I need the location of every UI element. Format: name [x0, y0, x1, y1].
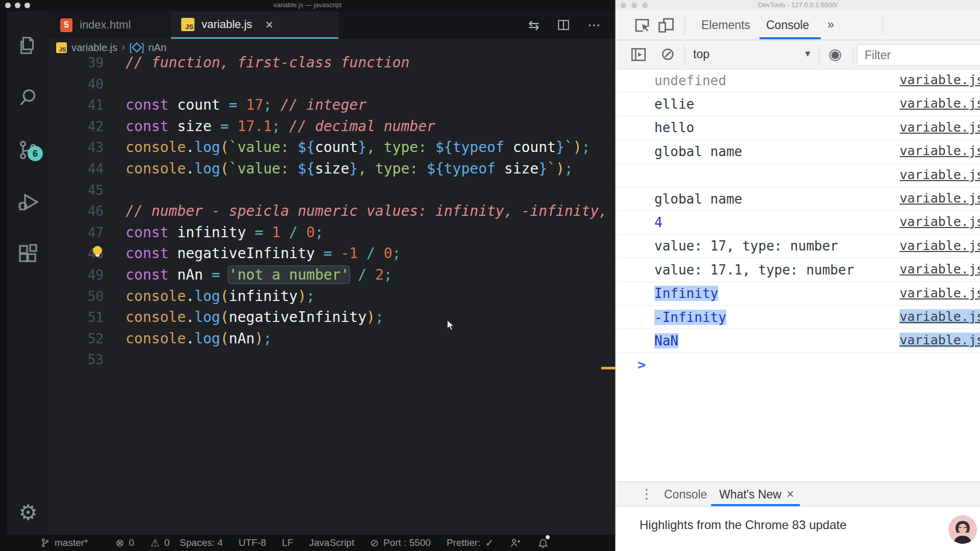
console-prompt[interactable]: > [616, 353, 980, 377]
source-link[interactable]: variable.js [899, 191, 980, 206]
language-status[interactable]: JavaScript [309, 537, 355, 548]
line-number[interactable]: 52 [49, 329, 126, 350]
chevron-down-icon[interactable]: ▼ [803, 49, 812, 59]
console-row[interactable]: global namevariable.js [616, 187, 980, 211]
whats-new-heading[interactable]: Highlights from the Chrome 83 update [640, 518, 847, 532]
source-link[interactable]: variable.js [899, 286, 980, 300]
warnings-count[interactable]: 0 [164, 537, 170, 548]
clear-console-icon[interactable]: ⊘ [660, 45, 675, 62]
notifications-bell-icon[interactable] [537, 537, 549, 549]
source-link[interactable]: variable.js [899, 309, 980, 324]
console-row[interactable]: NaNvariable.js [616, 329, 980, 353]
line-number[interactable]: 44 [49, 159, 126, 180]
branch-name[interactable]: master* [55, 537, 88, 548]
close-tab-icon[interactable]: × [265, 18, 273, 31]
code-line[interactable]: 53 [49, 349, 615, 370]
errors-count[interactable]: 0 [129, 537, 134, 548]
indentation-status[interactable]: Spaces: 4 [180, 537, 223, 548]
vscode-titlebar[interactable]: variable.js — javascript [0, 0, 615, 11]
source-link[interactable]: variable.js [899, 238, 980, 253]
breadcrumb-symbol[interactable]: nAn [149, 42, 167, 54]
line-number[interactable]: 49 [49, 265, 126, 286]
extensions-icon[interactable] [7, 242, 49, 266]
drawer-tab-console[interactable]: Console [664, 488, 707, 502]
code-line[interactable]: 45 [49, 180, 615, 201]
code-line[interactable]: 39// function, first-class function [49, 56, 615, 73]
open-changes-icon[interactable]: ⇆ [528, 17, 540, 33]
live-server-status[interactable]: ⊘ Port : 5500 [370, 537, 431, 549]
source-link[interactable]: variable.js [899, 143, 980, 158]
more-actions-icon[interactable]: ⋯ [587, 17, 601, 33]
tab-console[interactable]: Console [766, 10, 809, 40]
code-line[interactable]: 42const size = 17.1; // decimal number [49, 116, 615, 137]
errors-icon[interactable]: ⊗ [115, 537, 124, 549]
drawer-tab-whats-new[interactable]: What's New [719, 488, 781, 502]
eol-status[interactable]: LF [282, 537, 293, 548]
line-number[interactable]: 39 [49, 56, 126, 74]
console-row[interactable]: ellievariable.js [616, 92, 980, 116]
search-icon[interactable] [7, 86, 49, 109]
line-number[interactable]: 47 [49, 222, 126, 244]
console-row[interactable]: hellovariable.js [616, 116, 980, 140]
console-row[interactable]: Infinityvariable.js [616, 282, 980, 306]
code-line[interactable]: 52console.log(nAn); [49, 328, 615, 349]
line-number[interactable]: 46 [49, 201, 126, 222]
tab-elements[interactable]: Elements [701, 10, 750, 40]
source-link[interactable]: variable.js [899, 333, 980, 347]
line-number[interactable]: 40 [49, 74, 126, 95]
code-line[interactable]: 50console.log(infinity); [49, 286, 615, 307]
code-line[interactable]: 46// number - speicla numeric values: in… [49, 201, 615, 222]
console-row[interactable]: value: 17.1, type: numbervariable.js [616, 258, 980, 282]
code-line[interactable]: 40 [49, 73, 615, 95]
breadcrumb-file[interactable]: variable.js [71, 42, 117, 54]
context-selector[interactable]: top [693, 47, 709, 61]
warnings-icon[interactable]: ⚠ [151, 537, 160, 549]
kebab-menu-icon[interactable]: ⋮ [640, 486, 653, 502]
console-row[interactable]: 4variable.js [616, 211, 980, 234]
line-number[interactable]: 45 [49, 180, 126, 202]
console-row[interactable]: undefinedvariable.js [616, 69, 980, 92]
source-link[interactable]: variable.js [899, 120, 980, 135]
code-line[interactable]: 47const infinity = 1 / 0; [49, 222, 615, 243]
run-debug-icon[interactable] [7, 190, 49, 214]
close-drawer-tab-icon[interactable]: × [787, 487, 794, 502]
source-link[interactable]: variable.js [899, 167, 980, 182]
inspect-element-icon[interactable] [633, 16, 651, 34]
device-toolbar-icon[interactable] [657, 16, 675, 34]
source-control-icon[interactable]: 6 [7, 138, 49, 162]
console-row[interactable]: -Infinityvariable.js [616, 306, 980, 329]
source-link[interactable]: variable.js [899, 262, 980, 277]
code-line[interactable]: 43console.log(`value: ${count}, type: ${… [49, 137, 615, 158]
console-row[interactable]: variable.js [616, 164, 980, 187]
tab-index-html[interactable]: 5 index.html [49, 11, 171, 39]
code-line[interactable]: 49const nAn = 'not a number' / 2; [49, 264, 615, 286]
code-line[interactable]: 44console.log(`value: ${size}, type: ${t… [49, 158, 615, 180]
live-expression-eye-icon[interactable]: ◉ [828, 46, 842, 62]
console-row[interactable]: global namevariable.js [616, 140, 980, 163]
console-sidebar-icon[interactable] [630, 46, 647, 63]
console-filter-input[interactable]: Filter [857, 44, 980, 66]
source-link[interactable]: variable.js [899, 96, 980, 111]
source-link[interactable]: variable.js [899, 214, 980, 229]
split-editor-icon[interactable] [557, 18, 570, 32]
console-row[interactable]: value: 17, type: numbervariable.js [616, 235, 980, 258]
prettier-status[interactable]: Prettier: ✓ [447, 537, 494, 549]
line-number[interactable]: 43 [49, 137, 126, 159]
explorer-icon[interactable] [7, 34, 49, 57]
source-link[interactable]: variable.js [899, 72, 980, 87]
tab-variable-js[interactable]: JS variable.js × [171, 11, 338, 39]
line-number[interactable]: 53 [49, 349, 126, 371]
code-line[interactable]: 41const count = 17; // integer [49, 94, 615, 116]
feedback-icon[interactable] [509, 537, 522, 548]
line-number[interactable]: 51 [49, 307, 126, 329]
settings-gear-icon[interactable]: ⚙ [7, 502, 49, 523]
code-line[interactable]: 51console.log(negativeInfinity); [49, 307, 615, 328]
line-number[interactable]: 42 [49, 116, 126, 138]
line-number[interactable]: 50 [49, 286, 126, 308]
line-number[interactable]: 41 [49, 95, 126, 116]
code-line[interactable]: 48const negativeInfinity = -1 / 0; [49, 243, 615, 264]
encoding-status[interactable]: UTF-8 [239, 537, 266, 548]
line-number[interactable]: 48 [49, 243, 126, 265]
git-branch-icon[interactable] [40, 537, 50, 548]
devtools-titlebar[interactable]: DevTools - 127.0.0.1:5500/ [616, 0, 980, 11]
